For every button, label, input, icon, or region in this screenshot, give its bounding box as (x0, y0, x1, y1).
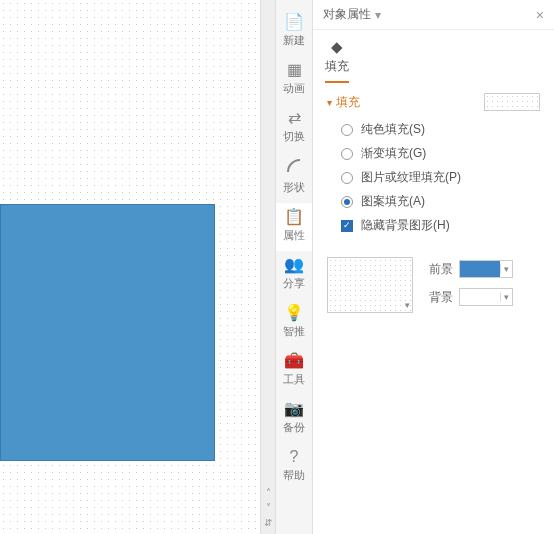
sidebar-item-backup[interactable]: 📷备份 (275, 395, 313, 443)
scroll-down-icon[interactable]: ˅ (266, 502, 271, 513)
sidebar-item-new[interactable]: 📄新建 (275, 8, 313, 56)
radio-icon (341, 172, 353, 184)
foreground-label: 前景 (427, 261, 453, 278)
section-header[interactable]: ▾ 填充 (327, 93, 540, 111)
panel-header: 对象属性 ▾ × (313, 0, 554, 30)
pattern-preview-small[interactable] (484, 93, 540, 111)
sidebar-item-share[interactable]: 👥分享 (275, 251, 313, 299)
chevron-down-icon: ▾ (500, 292, 512, 302)
foreground-swatch (460, 261, 500, 277)
animation-icon: ▦ (287, 62, 302, 78)
sidebar-item-transition[interactable]: ⇄切换 (275, 104, 313, 152)
panel-title: 对象属性 (323, 6, 371, 23)
sidebar-item-recommend[interactable]: 💡智推 (275, 299, 313, 347)
properties-icon: 📋 (284, 209, 304, 225)
background-label: 背景 (427, 289, 453, 306)
transition-icon: ⇄ (288, 110, 301, 126)
canvas-area[interactable] (0, 0, 260, 534)
chevron-down-icon: ▾ (500, 264, 512, 274)
background-swatch (460, 289, 500, 305)
sidebar-item-help[interactable]: ?帮助 (275, 443, 313, 491)
properties-panel: 对象属性 ▾ × ◆ 填充 ▾ 填充 纯色填充(S) 渐变填充(G) 图片或纹理… (313, 0, 554, 534)
background-color-picker[interactable]: ▾ (459, 288, 513, 306)
sidebar-item-tools[interactable]: 🧰工具 (275, 347, 313, 395)
radio-pattern-label: 图案填充(A) (361, 193, 425, 210)
help-icon: ? (290, 449, 299, 465)
tab-fill-label: 填充 (325, 58, 349, 75)
radio-gradient-label: 渐变填充(G) (361, 145, 426, 162)
radio-gradient[interactable]: 渐变填充(G) (341, 145, 540, 162)
radio-pattern[interactable]: 图案填充(A) (341, 193, 540, 210)
pattern-swatch-picker[interactable]: ▾ (327, 257, 413, 313)
fill-bucket-icon: ◆ (331, 38, 343, 56)
vertical-scrollbar[interactable]: ˄ ˅ ⇵ (260, 0, 275, 534)
bulb-icon: 💡 (284, 305, 304, 321)
close-icon[interactable]: × (536, 7, 544, 23)
radio-picture[interactable]: 图片或纹理填充(P) (341, 169, 540, 186)
sidebar-item-shape[interactable]: 形状 (275, 152, 313, 203)
file-icon: 📄 (284, 14, 304, 30)
selected-shape[interactable] (0, 204, 215, 461)
section-title: 填充 (336, 94, 360, 111)
right-sidebar: 📄新建 ▦动画 ⇄切换 形状 📋属性 👥分享 💡智推 🧰工具 📷备份 ?帮助 (275, 0, 313, 534)
radio-solid[interactable]: 纯色填充(S) (341, 121, 540, 138)
collapse-triangle-icon: ▾ (327, 97, 332, 108)
foreground-color-picker[interactable]: ▾ (459, 260, 513, 278)
panel-tabs: ◆ 填充 (313, 30, 554, 83)
sidebar-item-anim[interactable]: ▦动画 (275, 56, 313, 104)
background-color-row: 背景 ▾ (427, 288, 513, 306)
camera-icon: 📷 (284, 401, 304, 417)
shape-icon (286, 158, 302, 177)
scroll-up-icon[interactable]: ˄ (266, 487, 271, 498)
toolbox-icon: 🧰 (284, 353, 304, 369)
panel-dropdown-icon[interactable]: ▾ (375, 8, 381, 22)
radio-icon (341, 124, 353, 136)
chevron-down-icon: ▾ (405, 300, 410, 310)
checkbox-hide-bg[interactable]: 隐藏背景图形(H) (341, 217, 540, 234)
scroll-double-icon[interactable]: ⇵ (264, 517, 272, 528)
radio-icon (341, 148, 353, 160)
fill-options: 纯色填充(S) 渐变填充(G) 图片或纹理填充(P) 图案填充(A) 隐藏背景图… (327, 121, 540, 234)
sidebar-item-properties[interactable]: 📋属性 (275, 203, 313, 251)
checkbox-icon (341, 220, 353, 232)
radio-solid-label: 纯色填充(S) (361, 121, 425, 138)
pattern-color-row: ▾ 前景 ▾ 背景 ▾ (313, 251, 554, 319)
checkbox-hide-bg-label: 隐藏背景图形(H) (361, 217, 450, 234)
share-icon: 👥 (284, 257, 304, 273)
radio-icon (341, 196, 353, 208)
tab-fill[interactable]: ◆ 填充 (325, 38, 349, 83)
radio-picture-label: 图片或纹理填充(P) (361, 169, 461, 186)
foreground-color-row: 前景 ▾ (427, 260, 513, 278)
fill-section: ▾ 填充 纯色填充(S) 渐变填充(G) 图片或纹理填充(P) 图案填充(A) … (313, 83, 554, 251)
